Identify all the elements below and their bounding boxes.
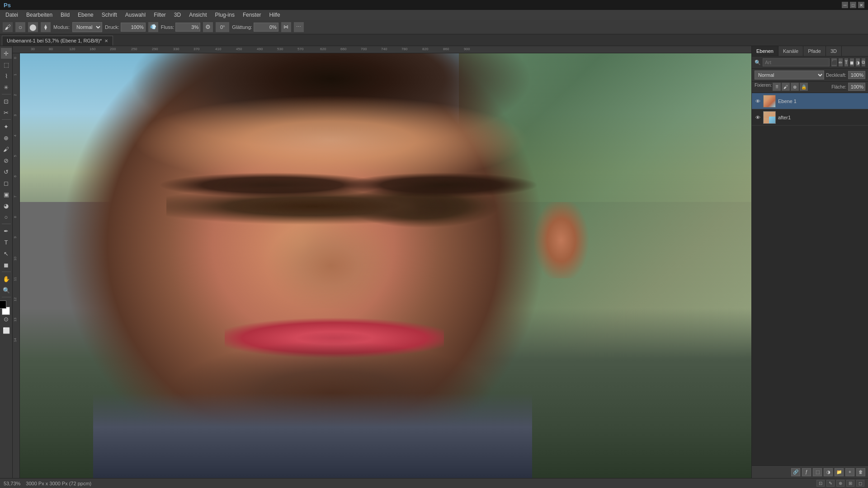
tab-3d[interactable]: 3D [826, 46, 842, 56]
layers-shape-btn[interactable]: ◼ [850, 58, 854, 66]
restore-button[interactable]: □ [850, 2, 856, 8]
layer-ebene1[interactable]: 👁 Ebene 1 [752, 93, 868, 109]
spot-heal-tool[interactable]: ⊕ [1, 132, 12, 143]
pen-tool[interactable]: ✒ [1, 225, 12, 236]
menu-schrift[interactable]: Schrift [98, 11, 121, 19]
opacity-input[interactable] [848, 71, 865, 79]
status-bar: 53,73% 3000 Px x 3000 Px (72 ppcm) ⊡ ✎ ⊕… [0, 478, 868, 488]
minimize-button[interactable]: ─ [842, 2, 848, 8]
airbrush-icon[interactable]: 💨 [148, 22, 158, 32]
layers-search-input[interactable] [763, 58, 830, 66]
status-icons: ⊡ ✎ ⊕ ⊞ ◻ [816, 480, 864, 487]
lasso-tool[interactable]: ⌇ [1, 70, 12, 81]
status-btn-2[interactable]: ✎ [826, 480, 835, 487]
menu-auswahl[interactable]: Auswahl [122, 11, 149, 19]
gradient-tool[interactable]: ▣ [1, 189, 12, 200]
menu-3d[interactable]: 3D [170, 11, 184, 19]
layers-filter-btn[interactable]: ⬛ [831, 58, 837, 66]
layer-after1[interactable]: 👁 after1 [752, 109, 868, 126]
quick-mask-button[interactable]: ⊙ [1, 314, 12, 324]
druck-input[interactable] [121, 23, 146, 32]
zoom-tool[interactable]: 🔍 [1, 285, 12, 296]
foreground-color[interactable] [0, 300, 6, 309]
screen-mode-button[interactable]: ⬜ [1, 325, 12, 336]
menu-plugins[interactable]: Plug-ins [212, 11, 238, 19]
eyedropper-tool[interactable]: ✦ [1, 121, 12, 132]
new-group-btn[interactable]: 📁 [835, 468, 844, 476]
status-btn-1[interactable]: ⊡ [816, 480, 825, 487]
menu-filter[interactable]: Filter [150, 11, 170, 19]
delete-layer-btn[interactable]: 🗑 [856, 468, 865, 476]
settings-icon[interactable]: ⚙ [203, 22, 213, 32]
status-btn-4[interactable]: ⊞ [846, 480, 854, 487]
layers-text-btn[interactable]: T [844, 58, 849, 66]
text-tool[interactable]: T [1, 237, 12, 248]
stamp-tool[interactable]: ⊘ [1, 155, 12, 166]
title-bar: Ps ─ □ ✕ [0, 0, 868, 10]
new-layer-btn[interactable]: + [845, 468, 854, 476]
tab-close-button[interactable]: ✕ [104, 38, 108, 43]
link-layers-btn[interactable]: 🔗 [791, 468, 800, 476]
layers-adj-btn[interactable]: ◑ [856, 58, 860, 66]
title-bar-controls[interactable]: ─ □ ✕ [842, 2, 864, 8]
angle-icon[interactable]: 0° [216, 22, 229, 32]
brush-size-icon[interactable]: ⬤ [28, 22, 38, 32]
menu-fenster[interactable]: Fenster [239, 11, 265, 19]
lock-paint-btn[interactable]: 🖌 [782, 83, 790, 91]
glaettung-input[interactable] [254, 23, 278, 32]
brush-tool-icon[interactable]: 🖌 [3, 22, 13, 32]
right-panel: Ebenen Kanäle Pfade 3D 🔍 ⬛ ✏ T ◼ ◑ ⧉ Nor… [751, 46, 868, 478]
menu-datei[interactable]: Datei [2, 11, 22, 19]
layers-brush-btn[interactable]: ✏ [839, 58, 843, 66]
brush-tool[interactable]: 🖌 [1, 144, 12, 155]
extra-icon[interactable]: ⋯ [294, 22, 304, 32]
brush-mode-icon[interactable]: ⧫ [41, 22, 51, 32]
fill-input[interactable] [848, 83, 865, 91]
hand-tool[interactable]: ✋ [1, 273, 12, 284]
shape-tool[interactable]: ◼ [1, 259, 12, 270]
slice-tool[interactable]: ✂ [1, 107, 12, 118]
canvas-viewport[interactable] [20, 53, 751, 478]
tab-ebenen[interactable]: Ebenen [752, 46, 778, 56]
select-tool[interactable]: ⬚ [1, 59, 12, 70]
eraser-tool[interactable]: ◻ [1, 178, 12, 188]
lock-artboard-btn[interactable]: ⊕ [791, 83, 799, 91]
close-button[interactable]: ✕ [858, 2, 864, 8]
dodge-tool[interactable]: ○ [1, 211, 12, 222]
crop-tool[interactable]: ⊡ [1, 96, 12, 107]
menu-bild[interactable]: Bild [57, 11, 73, 19]
new-fill-adj-btn[interactable]: ◑ [824, 468, 833, 476]
left-toolbar: ✛ ⬚ ⌇ ✳ ⊡ ✂ ✦ ⊕ 🖌 ⊘ ↺ ◻ ▣ ◕ ○ ✒ T ↖ ◼ ✋ … [0, 46, 13, 478]
tab-kanaele[interactable]: Kanäle [778, 46, 803, 56]
status-btn-3[interactable]: ⊕ [836, 480, 844, 487]
druck-label: Druck: [105, 24, 119, 30]
layer-eye-after1[interactable]: 👁 [755, 114, 761, 121]
symmetry-icon[interactable]: ⋈ [281, 22, 291, 32]
document-tab[interactable]: Unbenannt-1 bei 53,7% (Ebene 1, RGB/8)* … [2, 36, 113, 46]
layers-mode-select[interactable]: Normal [755, 70, 824, 80]
fluss-input[interactable] [175, 23, 200, 32]
tab-pfade[interactable]: Pfade [803, 46, 826, 56]
blur-tool[interactable]: ◕ [1, 200, 12, 211]
add-style-btn[interactable]: ƒ [802, 468, 811, 476]
layers-smart-btn[interactable]: ⧉ [862, 58, 866, 66]
color-swatches[interactable] [0, 299, 13, 311]
brush-preset-icon[interactable]: ○ [15, 22, 25, 32]
ruler-left-content: 0 1 2 3 4 5 6 7 8 9 10 11 12 13 14 [13, 53, 19, 478]
menu-bearbeiten[interactable]: Bearbeiten [23, 11, 56, 19]
fluss-label: Fluss: [161, 24, 174, 30]
menu-ebene[interactable]: Ebene [74, 11, 97, 19]
lock-pixels-btn[interactable]: ⠿ [773, 83, 781, 91]
lock-all-btn[interactable]: 🔒 [800, 83, 808, 91]
history-brush-tool[interactable]: ↺ [1, 166, 12, 177]
layer-eye-ebene1[interactable]: 👁 [755, 98, 761, 104]
layers-bottom-bar: 🔗 ƒ ⬚ ◑ 📁 + 🗑 [752, 465, 868, 478]
modus-select[interactable]: Normal [72, 22, 102, 32]
path-select-tool[interactable]: ↖ [1, 248, 12, 259]
magic-wand-tool[interactable]: ✳ [1, 82, 12, 93]
menu-hilfe[interactable]: Hilfe [266, 11, 284, 19]
status-btn-5[interactable]: ◻ [856, 480, 864, 487]
add-mask-btn[interactable]: ⬚ [813, 468, 822, 476]
move-tool[interactable]: ✛ [1, 48, 12, 59]
menu-ansicht[interactable]: Ansicht [185, 11, 210, 19]
